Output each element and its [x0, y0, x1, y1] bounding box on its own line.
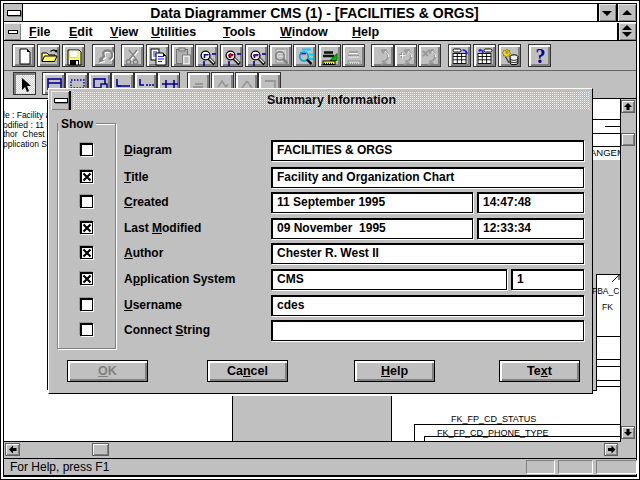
svg-text:?: ? [536, 47, 546, 66]
